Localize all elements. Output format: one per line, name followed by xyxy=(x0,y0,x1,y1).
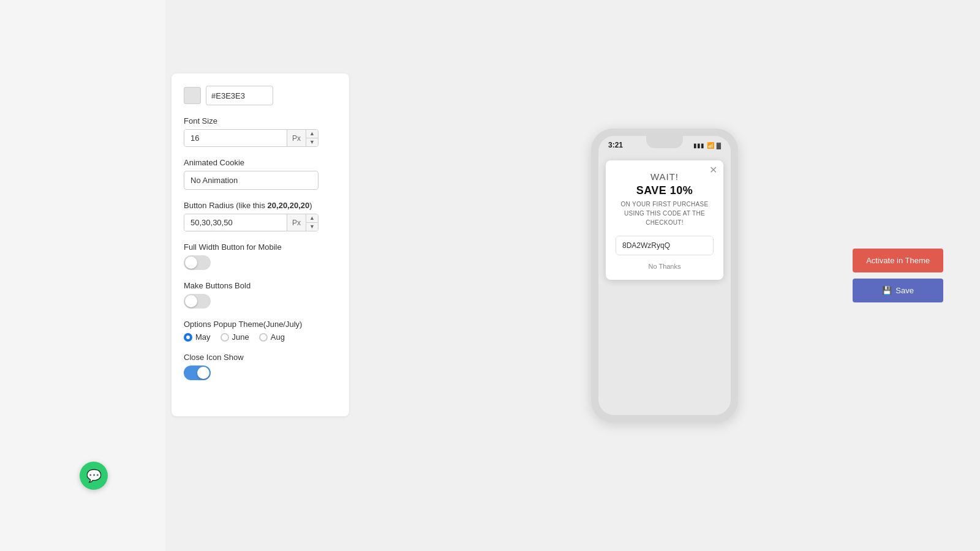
full-width-toggle[interactable] xyxy=(184,255,211,270)
close-icon-toggle-knob xyxy=(197,367,209,379)
full-width-toggle-knob xyxy=(185,257,197,269)
signal-icon: ▮▮▮ xyxy=(693,142,704,149)
status-icons: ▮▮▮ 📶 ▓ xyxy=(693,142,721,149)
button-radius-unit: Px xyxy=(287,214,306,231)
font-size-label: Font Size xyxy=(184,116,337,126)
radio-june-dot xyxy=(221,333,229,342)
button-radius-input-group: Px ▲ ▼ xyxy=(184,214,318,231)
settings-panel: Font Size Px ▲ ▼ Animated Cookie No Anim… xyxy=(172,73,349,416)
popup-theme-label: Options Popup Theme(June/July) xyxy=(184,320,337,329)
save-icon: 💾 xyxy=(882,286,892,295)
font-size-unit: Px xyxy=(287,130,306,146)
animated-cookie-label: Animated Cookie xyxy=(184,158,337,167)
animated-cookie-select[interactable]: No Animation xyxy=(184,171,318,190)
page-wrapper: Font Size Px ▲ ▼ Animated Cookie No Anim… xyxy=(0,0,980,551)
font-size-down[interactable]: ▼ xyxy=(306,138,318,146)
radio-may-label: May xyxy=(195,332,211,342)
button-radius-input[interactable] xyxy=(184,214,287,231)
popup-desc-text: ON YOUR FIRST PURCHASE USING THIS CODE A… xyxy=(616,200,714,227)
popup-theme-may[interactable]: May xyxy=(184,332,211,342)
close-icon-toggle[interactable] xyxy=(184,365,211,380)
popup-save-text: SAVE 10% xyxy=(616,184,714,197)
chat-icon: 💬 xyxy=(86,468,102,483)
button-radius-up[interactable]: ▲ xyxy=(306,214,318,223)
color-swatch[interactable] xyxy=(184,87,201,104)
animated-cookie-section: Animated Cookie No Animation xyxy=(184,158,337,201)
button-radius-example: 20,20,20,20 xyxy=(268,201,310,210)
full-width-label: Full Width Button for Mobile xyxy=(184,242,337,252)
button-radius-section: Button Radius (like this 20,20,20,20) Px… xyxy=(184,201,337,231)
popup-close-icon[interactable]: ✕ xyxy=(709,165,717,175)
button-radius-label: Button Radius (like this 20,20,20,20) xyxy=(184,201,337,210)
battery-icon: ▓ xyxy=(717,142,721,149)
button-radius-row: Px ▲ ▼ xyxy=(184,214,337,231)
no-thanks-text[interactable]: No Thanks xyxy=(616,263,714,270)
save-label: Save xyxy=(895,286,914,295)
button-radius-down[interactable]: ▼ xyxy=(306,223,318,231)
popup-theme-aug[interactable]: Aug xyxy=(259,332,285,342)
activate-in-theme-button[interactable]: Activate in Theme xyxy=(853,249,943,272)
save-button[interactable]: 💾 Save xyxy=(853,279,943,302)
popup-overlay: ✕ WAIT! SAVE 10% ON YOUR FIRST PURCHASE … xyxy=(606,160,723,280)
radio-aug-label: Aug xyxy=(271,332,285,342)
font-size-input-group: Px ▲ ▼ xyxy=(184,129,318,147)
popup-theme-radio-group: May June Aug xyxy=(184,332,337,342)
button-radius-suffix: ) xyxy=(309,201,312,210)
popup-wait-text: WAIT! xyxy=(616,171,714,182)
color-input[interactable] xyxy=(206,86,273,105)
preview-area: 3:21 ▮▮▮ 📶 ▓ ✕ WAIT! SAVE 10% ON YOUR FI… xyxy=(349,0,980,551)
popup-theme-june[interactable]: June xyxy=(221,332,249,342)
make-bold-toggle[interactable] xyxy=(184,294,211,309)
wifi-icon: 📶 xyxy=(707,142,714,149)
radio-june-label: June xyxy=(232,332,249,342)
button-radius-label-text: Button Radius (like this xyxy=(184,201,268,210)
font-size-row: Px ▲ ▼ xyxy=(184,129,337,147)
phone-notch xyxy=(646,136,683,148)
font-size-up[interactable]: ▲ xyxy=(306,130,318,138)
chat-bubble[interactable]: 💬 xyxy=(80,462,108,490)
font-size-spinner: ▲ ▼ xyxy=(306,130,318,146)
phone-mockup: 3:21 ▮▮▮ 📶 ▓ ✕ WAIT! SAVE 10% ON YOUR FI… xyxy=(591,129,738,422)
popup-theme-section: Options Popup Theme(June/July) May June … xyxy=(184,320,337,342)
button-radius-spinner: ▲ ▼ xyxy=(306,214,318,231)
make-bold-section: Make Buttons Bold xyxy=(184,281,337,309)
make-bold-toggle-knob xyxy=(185,295,197,307)
color-row xyxy=(184,86,337,105)
radio-may-dot xyxy=(184,333,192,342)
radio-aug-dot xyxy=(259,333,268,342)
close-icon-label: Close Icon Show xyxy=(184,353,337,362)
full-width-section: Full Width Button for Mobile xyxy=(184,242,337,270)
coupon-row: Copy xyxy=(616,236,714,255)
status-time: 3:21 xyxy=(608,141,623,149)
font-size-section: Font Size Px ▲ ▼ xyxy=(184,116,337,147)
phone-screen: 3:21 ▮▮▮ 📶 ▓ ✕ WAIT! SAVE 10% ON YOUR FI… xyxy=(598,136,731,415)
close-icon-section: Close Icon Show xyxy=(184,353,337,380)
make-bold-label: Make Buttons Bold xyxy=(184,281,337,290)
font-size-input[interactable] xyxy=(184,130,287,146)
right-buttons: Activate in Theme 💾 Save xyxy=(853,249,943,302)
coupon-code-input[interactable] xyxy=(616,236,714,255)
